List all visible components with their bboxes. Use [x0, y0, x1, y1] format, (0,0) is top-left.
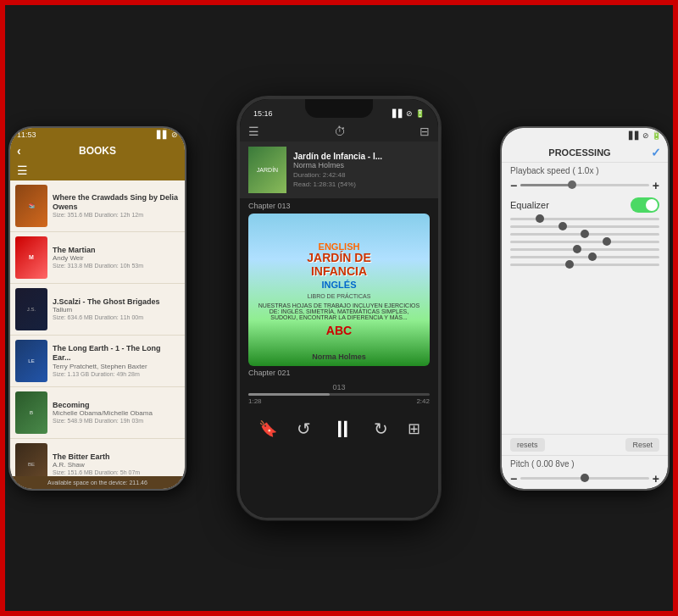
album-art-inner: ENGLISH JARDÍN DEINFANCIA INGLÉS LIBRO D…: [248, 214, 430, 366]
center-book-title: Jardín de Infancia - I...: [293, 152, 430, 161]
pitch-label: Pitch ( 0.00 8ve ): [510, 459, 575, 469]
eq-slider-row: [510, 241, 659, 243]
book-author-6: A.R. Shaw: [53, 461, 180, 469]
book-author-4: Terry Pratchett, Stephen Baxter: [53, 363, 180, 370]
book-cover-art-4: LE: [15, 340, 47, 382]
eq-slider-row: [510, 248, 659, 251]
left-menu-bar: ☰: [10, 160, 185, 180]
hamburger-icon[interactable]: ☰: [17, 164, 28, 177]
phone-left: 11:53 ▋▋ ⊘ ‹ BOOKS ☰ 📚 Where the Crawdad…: [8, 126, 186, 491]
rewind-button[interactable]: ↺: [297, 419, 311, 439]
book-item[interactable]: LE The Long Earth - 1 - The Long Ear... …: [10, 336, 185, 387]
book-title-6: The Bitter Earth: [53, 452, 180, 462]
center-notch: [305, 99, 373, 118]
bookmark-button[interactable]: 🔖: [258, 419, 277, 438]
eq-slider-4[interactable]: [510, 241, 659, 243]
progress-fill: [248, 393, 330, 396]
album-subtitle: LIBRO DE PRÁCTICAS: [308, 293, 371, 300]
eq-slider-5[interactable]: [510, 248, 659, 251]
toggle-knob: [646, 199, 658, 211]
book-info-5: Becoming Michelle Obama/Michelle Obama S…: [53, 401, 180, 425]
duration-label: Duration:: [293, 171, 320, 179]
phone-left-screen: 11:53 ▋▋ ⊘ ‹ BOOKS ☰ 📚 Where the Crawdad…: [10, 128, 185, 489]
timer-icon[interactable]: ⏱: [334, 125, 346, 138]
pitch-plus[interactable]: +: [653, 472, 659, 486]
book-meta-6: Size: 151.6 MB Duration: 5h 07m: [53, 469, 180, 475]
book-meta-1: Size: 351.6 MB Duration: 12h 12m: [53, 212, 180, 218]
processing-title: PROCESSING: [548, 147, 610, 158]
center-chapter-label: Chapter 013: [240, 198, 438, 214]
phone-right-screen: ▋▋ ⊘ 🔋 PROCESSING ✓ Playback speed ( 1.0…: [502, 128, 668, 489]
time-total: 2:42: [416, 397, 430, 405]
eq-slider-6[interactable]: [510, 256, 659, 258]
eq-thumb-2: [559, 222, 567, 230]
phone-center: 15:16 ▋▋ ⊘ 🔋 ☰ ⏱ ⊟ JARDÍN Jardín de Infa…: [237, 97, 441, 520]
eq-thumb-4: [603, 237, 611, 246]
eq-slider-2[interactable]: [510, 225, 659, 228]
book-item[interactable]: BE The Bitter Earth A.R. Shaw Size: 151.…: [10, 439, 185, 476]
eq-thumb-7: [565, 260, 574, 269]
playlist-button[interactable]: ⊞: [408, 419, 420, 438]
book-info-3: J.Scalzi - The Ghost Brigades Tallum Siz…: [53, 297, 180, 321]
center-book-author: Norma Holmes: [293, 161, 430, 169]
speed-plus[interactable]: +: [653, 179, 659, 192]
book-author-2: Andy Weir: [53, 254, 180, 262]
back-button[interactable]: ‹: [17, 144, 21, 158]
album-abc: ABC: [326, 324, 352, 337]
eq-slider-row: [510, 233, 659, 236]
equalizer-label: Equalizer: [510, 200, 549, 210]
book-item[interactable]: M The Martian Andy Weir Size: 313.8 MB D…: [10, 232, 185, 284]
center-album-art: ENGLISH JARDÍN DEINFANCIA INGLÉS LIBRO D…: [248, 214, 430, 366]
album-title-sub: INGLÉS: [322, 280, 357, 290]
speed-slider[interactable]: [520, 184, 649, 186]
right-header: PROCESSING ✓: [502, 143, 668, 163]
speed-slider-thumb: [568, 180, 576, 189]
book-meta-2: Size: 313.8 MB Duration: 10h 53m: [53, 263, 180, 269]
presets-button[interactable]: resets: [510, 438, 545, 452]
eq-slider-3[interactable]: [510, 233, 659, 236]
progress-bar[interactable]: [248, 393, 430, 396]
duration-value: 2:42:48: [323, 171, 346, 179]
menu-icon[interactable]: ☰: [248, 125, 259, 138]
center-mini-cover: JARDÍN: [248, 147, 286, 193]
reset-button[interactable]: Reset: [625, 438, 659, 452]
left-header: ‹ BOOKS: [10, 142, 185, 160]
phone-right: ▋▋ ⊘ 🔋 PROCESSING ✓ Playback speed ( 1.0…: [500, 126, 670, 491]
center-read: Read: 1:28:31 (54%): [293, 180, 430, 188]
bookmark-list-icon[interactable]: ⊟: [420, 125, 430, 138]
book-cover-5: B: [15, 391, 47, 434]
pitch-row: Pitch ( 0.00 8ve ) − +: [502, 455, 668, 489]
equalizer-toggle[interactable]: [631, 197, 659, 213]
book-cover-art-1: 📚: [15, 185, 47, 227]
center-top-icons: ☰ ⏱ ⊟: [240, 121, 438, 142]
forward-button[interactable]: ↻: [374, 419, 388, 439]
read-value: 1:28:31 (54%): [314, 180, 356, 188]
speed-minus[interactable]: −: [510, 179, 517, 192]
book-cover-2: M: [15, 236, 47, 279]
eq-thumb-3: [581, 230, 589, 238]
eq-slider-1[interactable]: [510, 218, 659, 220]
eq-slider-7[interactable]: [510, 264, 659, 266]
book-item[interactable]: B Becoming Michelle Obama/Michelle Obama…: [10, 387, 185, 439]
storage-info: Available space on the device: 211.46: [47, 480, 147, 486]
play-pause-button[interactable]: ⏸: [331, 415, 354, 443]
book-meta-4: Size: 1.13 GB Duration: 49h 28m: [53, 371, 180, 377]
check-button[interactable]: ✓: [651, 146, 661, 159]
time-labels: 1:28 2:42: [248, 397, 430, 405]
book-title-1: Where the Crawdads Sing by Delia Owens: [53, 193, 180, 212]
pitch-slider[interactable]: [520, 477, 649, 480]
progress-area: 013 1:28 2:42: [240, 380, 438, 408]
book-meta-5: Size: 548.9 MB Duration: 19h 03m: [53, 418, 180, 424]
book-item[interactable]: J.S. J.Scalzi - The Ghost Brigades Tallu…: [10, 284, 185, 336]
pitch-minus[interactable]: −: [510, 472, 517, 486]
book-item[interactable]: 📚 Where the Crawdads Sing by Delia Owens…: [10, 180, 185, 232]
eq-bottom-row: resets Reset: [502, 434, 668, 455]
center-book-info: Jardín de Infancia - I... Norma Holmes D…: [293, 152, 430, 188]
left-footer: Available space on the device: 211.46: [10, 476, 185, 489]
eq-slider-row: [510, 225, 659, 228]
right-status-bar: ▋▋ ⊘ 🔋: [502, 128, 668, 143]
speed-slider-track: [520, 184, 649, 186]
book-title-4: The Long Earth - 1 - The Long Ear...: [53, 344, 180, 363]
eq-slider-row: [510, 256, 659, 258]
chapter-text2: Chapter 021: [248, 369, 291, 377]
